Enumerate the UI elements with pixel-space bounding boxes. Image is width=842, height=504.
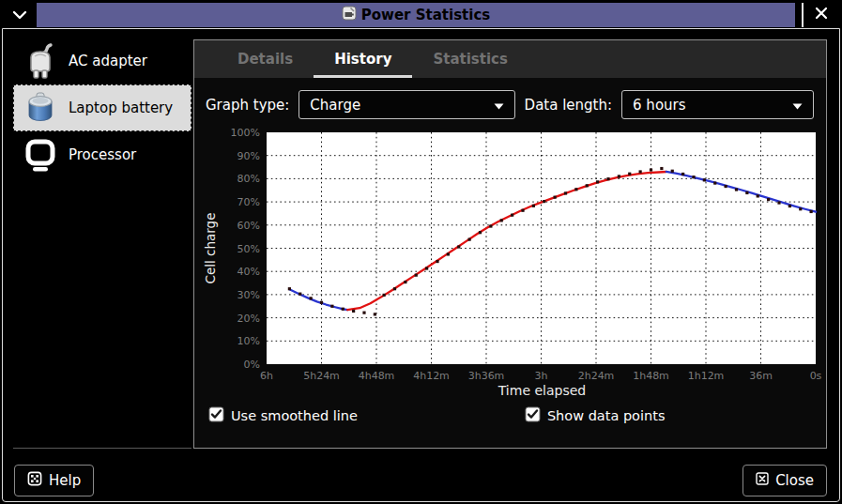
sidebar-item-ac-adapter[interactable]: AC adapter [13,38,191,84]
chart-options: Use smoothed line Show data points [208,406,826,425]
svg-text:0%: 0% [244,359,260,371]
tab-history[interactable]: History [314,40,412,78]
svg-text:0s: 0s [810,370,822,382]
svg-text:4h12m: 4h12m [413,370,450,382]
help-button[interactable]: Help [14,465,94,496]
window-menu-button[interactable] [3,3,37,27]
dialog-action-area: Help Close [14,465,827,496]
svg-text:60%: 60% [237,220,260,232]
window-title: Power Statistics [361,7,490,23]
svg-text:3h36m: 3h36m [468,370,505,382]
svg-text:10%: 10% [237,335,260,347]
dropdown-arrow-icon [494,97,504,114]
data-length-dropdown[interactable]: 6 hours [621,90,814,119]
graph-type-dropdown[interactable]: Charge [299,90,514,119]
svg-text:Cell charge: Cell charge [203,213,218,284]
titlebar: Power Statistics [37,3,795,27]
chart-controls: Graph type: Charge Data length: 6 hours [206,90,814,119]
tab-details[interactable]: Details [217,40,314,78]
sidebar-item-label: Processor [69,146,136,163]
close-button[interactable]: Close [742,465,827,496]
graph-type-label: Graph type: [206,97,289,114]
svg-text:2h24m: 2h24m [578,370,615,382]
sidebar-item-processor[interactable]: Processor [13,131,191,178]
data-length-label: Data length: [525,97,612,114]
use-smoothed-line-checkbox[interactable]: Use smoothed line [208,406,358,425]
chart-canvas: 0%10%20%30%40%50%60%70%80%90%100%6h5h24m… [194,128,825,383]
svg-text:3h: 3h [535,370,548,382]
svg-text:1h12m: 1h12m [688,370,725,382]
processor-icon [21,135,60,175]
sidebar-item-label: AC adapter [69,53,147,69]
graph-type-value: Charge [310,97,360,114]
device-list: AC adapter Laptop battery [13,38,191,449]
svg-text:1h48m: 1h48m [633,370,669,382]
battery-icon [21,88,60,128]
svg-text:30%: 30% [237,289,260,301]
ac-adapter-icon [21,41,60,81]
svg-text:40%: 40% [237,266,260,278]
power-statistics-app-icon [342,6,357,24]
chevron-down-icon [11,7,28,24]
help-icon [27,471,42,490]
titlebar-row: Power Statistics [3,3,839,27]
window-close-button[interactable] [804,3,839,27]
svg-text:80%: 80% [237,173,260,185]
data-length-value: 6 hours [633,97,685,114]
svg-text:4h48m: 4h48m [359,370,395,382]
show-data-points-checkbox[interactable]: Show data points [525,406,666,425]
dropdown-arrow-icon [792,97,803,114]
close-x-icon [814,6,829,24]
history-chart: 0%10%20%30%40%50%60%70%80%90%100%6h5h24m… [194,128,826,398]
x-axis-title: Time elapsed [268,383,817,398]
svg-text:20%: 20% [237,313,260,325]
tab-statistics[interactable]: Statistics [412,40,528,78]
svg-text:90%: 90% [237,150,260,162]
checkbox-icon [525,406,541,425]
svg-text:6h: 6h [260,370,273,382]
svg-text:100%: 100% [231,128,260,139]
notebook-panel: Details History Statistics Graph type: C… [193,39,827,449]
svg-text:5h24m: 5h24m [303,370,340,382]
tab-strip: Details History Statistics [194,40,826,78]
svg-text:36m: 36m [749,370,773,382]
checkbox-icon [208,406,224,425]
sidebar-item-label: Laptop battery [69,99,173,116]
sidebar-item-laptop-battery[interactable]: Laptop battery [13,84,191,131]
svg-text:70%: 70% [237,196,260,208]
svg-text:50%: 50% [237,243,260,255]
close-window-icon [756,472,769,489]
power-statistics-window: Power Statistics AC adapter [0,0,842,504]
